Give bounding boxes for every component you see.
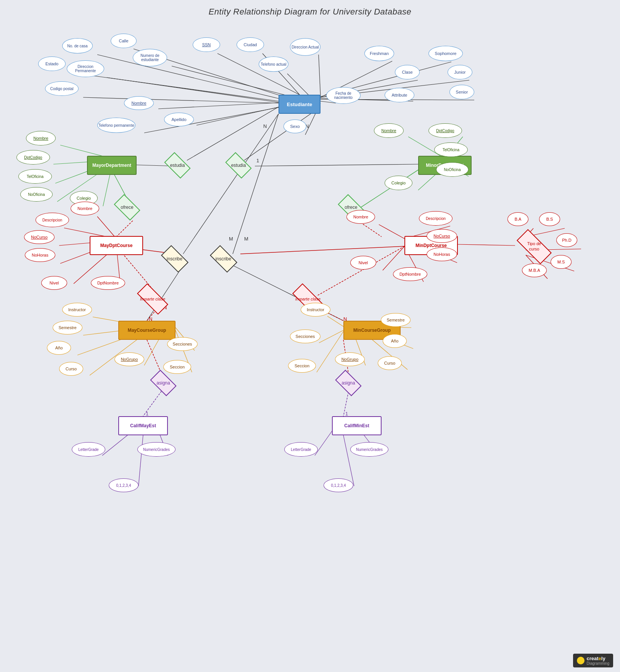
attr-major-nombre: Nombre	[26, 131, 56, 145]
attr-bs: B.S	[539, 212, 560, 226]
entity-calif-min: CalifMinEst	[332, 416, 382, 435]
attr-clase: Clase	[395, 65, 420, 79]
svg-line-30	[116, 221, 133, 237]
svg-line-5	[97, 55, 279, 99]
entity-major-department: MayorDepartment	[87, 156, 137, 175]
diagram-container: Entity Relationship Diagram for Universi…	[0, 0, 620, 672]
rel-asigna-1: asigna	[150, 373, 177, 393]
attr-may-semestre: Semestre	[53, 321, 82, 334]
attr-sexo: Sexo	[283, 120, 306, 133]
attr-may-nocurso: NoCurso	[24, 230, 55, 244]
svg-text:M: M	[244, 236, 248, 242]
logo-icon	[577, 657, 585, 664]
svg-line-21	[187, 107, 279, 160]
rel-estudia-2: estudia	[225, 156, 252, 175]
attr-calle: Calle	[111, 34, 137, 48]
svg-line-51	[383, 246, 404, 270]
entity-may-course: MayDptCourse	[90, 236, 143, 255]
attr-attribute: Attribute	[385, 88, 414, 102]
svg-line-90	[343, 435, 354, 486]
svg-text:1: 1	[256, 158, 259, 163]
attr-nombre-student: Nombre	[124, 96, 154, 110]
attr-min-grades-values: 0,1,2,3,4	[324, 478, 353, 492]
attr-may-letter-grade: LetterGrade	[72, 442, 105, 457]
attr-min-secciones: Secciones	[290, 330, 320, 343]
attr-minor-teloficina: TelOficina	[434, 142, 468, 157]
attr-major-nooficina: NoOficina	[20, 187, 53, 202]
attr-phd: Ph.D	[556, 233, 577, 247]
attr-min-nombre: Nombre	[346, 210, 375, 224]
svg-line-3	[319, 55, 320, 96]
diagram-title: Entity Relationship Diagram for Universi…	[0, 0, 620, 21]
attr-junior: Junior	[448, 65, 472, 79]
attr-may-dptnombre: DptNombre	[91, 276, 125, 290]
attr-min-numeric-grades: NumericGrades	[350, 442, 388, 457]
attr-telefono-actual: Telefono actual	[259, 57, 288, 72]
attr-minor-colegio: Colegio	[385, 176, 412, 190]
attr-may-descripcion: Descripcion	[35, 213, 69, 227]
attr-may-ano: Año	[47, 341, 71, 355]
attr-sophomore: Sophomore	[428, 46, 463, 61]
attr-may-grades-values: 0,1,2,3,4	[109, 478, 138, 492]
rel-inscribe-1: inscribe	[160, 249, 189, 268]
svg-line-87	[138, 435, 143, 486]
entity-may-course-group: MayCourseGroup	[118, 321, 176, 340]
svg-text:1: 1	[345, 411, 348, 417]
rel-asigna-2: asigna	[335, 373, 362, 393]
attr-ciudad: Ciudad	[237, 37, 264, 52]
attr-telefono-permanente: Telefono permanente	[97, 118, 135, 133]
attr-no-de-casa: No. de casa	[62, 38, 93, 53]
tipo-de-curso-diamond: Tipo decurso	[515, 236, 553, 257]
svg-line-11	[196, 105, 288, 125]
attr-estado: Estado	[38, 57, 66, 71]
attr-min-letter-grade: LetterGrade	[284, 442, 318, 457]
attr-min-instructor: Instructor	[301, 303, 330, 317]
rel-inscribe-2: inscribe	[209, 249, 238, 268]
attr-may-nogrupo: NoGrupo	[114, 352, 144, 366]
attr-min-semestre: Semestre	[381, 313, 411, 327]
attr-min-dptnombre: DptNombre	[393, 267, 427, 281]
attr-senior: Senior	[449, 85, 474, 99]
attr-min-ano: Año	[383, 334, 407, 348]
svg-line-72	[327, 316, 343, 326]
svg-line-26	[255, 164, 418, 166]
attr-major-dptcodigo: DptCodigo	[16, 150, 50, 165]
attr-min-nohoras: NoHoras	[427, 247, 457, 261]
svg-text:M: M	[229, 236, 233, 242]
svg-line-31	[358, 170, 418, 209]
attr-may-instructor: Instructor	[62, 303, 92, 317]
svg-line-80	[143, 389, 163, 416]
attr-apellido: Apellido	[164, 113, 194, 126]
attr-may-nivel: Nivel	[41, 276, 67, 290]
attr-min-descripcion: Descripcion	[419, 211, 453, 226]
attr-ms: M.S	[551, 255, 572, 269]
entity-student: Estudiante	[279, 95, 320, 114]
svg-line-47	[379, 225, 404, 239]
rel-imparte-clase-1: Imparte clase	[135, 289, 170, 309]
creately-logo: creately Diagramming	[573, 654, 613, 667]
svg-line-7	[70, 73, 279, 101]
svg-line-0	[217, 53, 300, 95]
svg-line-53	[458, 244, 515, 246]
svg-line-33	[183, 114, 279, 254]
svg-line-25	[244, 107, 320, 160]
attr-numero-estudiante: Numero de estudiante	[133, 49, 167, 66]
svg-line-78	[317, 331, 343, 372]
attr-min-curso: Curso	[378, 356, 402, 370]
svg-line-34	[233, 114, 279, 254]
attr-freshman: Freshman	[364, 46, 394, 61]
svg-line-10	[158, 102, 285, 109]
attr-may-secciones: Secciones	[167, 337, 198, 351]
attr-direccion-permanente: Direccion Permanente	[67, 60, 104, 77]
attr-codigo-postal: Codigo postal	[45, 81, 79, 96]
attr-minor-nombre: Nombre	[374, 123, 404, 138]
rel-estudia-1: estudia	[164, 156, 191, 175]
svg-line-9	[83, 97, 279, 103]
attr-may-seccion: Seccion	[163, 360, 191, 374]
svg-line-40	[240, 246, 404, 254]
attr-may-numeric-grades: NumericGrades	[137, 442, 176, 457]
svg-text:N: N	[263, 123, 267, 129]
attr-min-nivel: Nivel	[350, 256, 376, 270]
svg-line-76	[319, 330, 343, 343]
attr-minor-dptcodigo: DptCodigo	[428, 123, 462, 138]
